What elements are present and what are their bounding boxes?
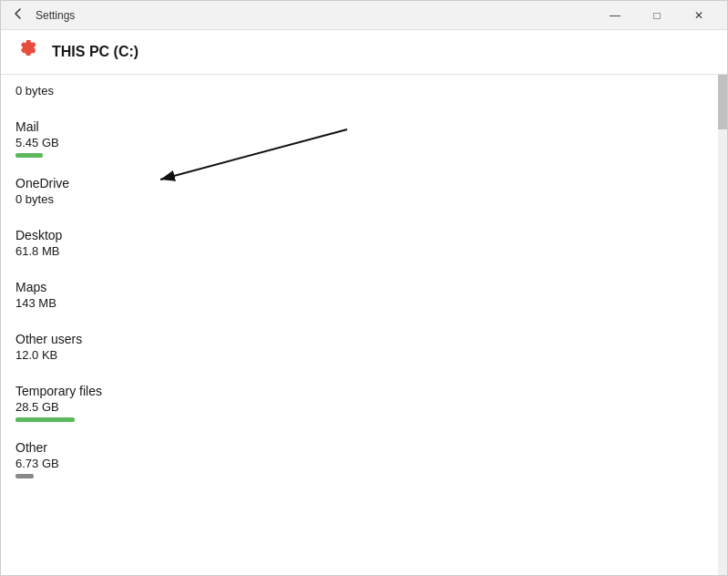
window-controls: — □ ✕	[594, 1, 720, 30]
storage-item-otherusers: Other users 12.0 KB	[15, 323, 713, 375]
storage-item-size-otherusers: 12.0 KB	[15, 348, 713, 362]
storage-item-name-maps: Maps	[15, 280, 713, 294]
storage-item-name-tempfiles: Temporary files	[15, 384, 713, 398]
storage-item-other: Other 6.73 GB	[15, 431, 713, 488]
storage-item-size-mail: 5.45 GB	[15, 136, 713, 149]
scrollbar-track[interactable]	[718, 75, 727, 575]
storage-bar-mail	[15, 153, 43, 158]
storage-item-name-mail: Mail	[15, 119, 713, 134]
scrollbar-thumb[interactable]	[718, 75, 727, 129]
title-bar: Settings — □ ✕	[1, 1, 727, 30]
storage-item-size-other: 6.73 GB	[15, 457, 713, 470]
storage-item-name-otherusers: Other users	[15, 332, 713, 346]
minimize-button[interactable]: —	[594, 1, 636, 30]
storage-item-name-other: Other	[15, 440, 713, 455]
storage-item-name-onedrive: OneDrive	[15, 176, 713, 190]
storage-item-maps: Maps 143 MB	[15, 271, 713, 323]
storage-item-desktop: Desktop 61.8 MB	[15, 219, 713, 271]
storage-item-size-onedrive: 0 bytes	[15, 192, 713, 206]
header-bar: THIS PC (C:)	[1, 30, 727, 75]
storage-item-size-desktop: 61.8 MB	[15, 244, 713, 258]
storage-item-size-tempfiles: 28.5 GB	[15, 400, 713, 414]
maximize-button[interactable]: □	[636, 1, 678, 30]
storage-item-tempfiles: Temporary files 28.5 GB	[15, 375, 713, 431]
content-area[interactable]: 0 bytes Mail 5.45 GB OneDrive 0 bytes De…	[1, 75, 727, 575]
storage-item-size-bytes: 0 bytes	[15, 84, 713, 98]
close-button[interactable]: ✕	[678, 1, 720, 30]
storage-item-name-desktop: Desktop	[15, 228, 713, 242]
back-button[interactable]	[8, 4, 28, 26]
page-title: THIS PC (C:)	[52, 44, 138, 60]
gear-icon	[15, 37, 41, 67]
storage-bar-other	[15, 474, 34, 478]
title-bar-left: Settings	[8, 4, 75, 26]
window-title: Settings	[36, 9, 75, 22]
storage-item-bytes: 0 bytes	[15, 75, 713, 110]
storage-item-size-maps: 143 MB	[15, 296, 713, 310]
settings-window: Settings — □ ✕ THIS PC (C:)	[0, 0, 728, 576]
storage-item-mail: Mail 5.45 GB	[15, 110, 713, 167]
storage-item-onedrive: OneDrive 0 bytes	[15, 167, 713, 219]
storage-bar-tempfiles	[15, 417, 75, 422]
